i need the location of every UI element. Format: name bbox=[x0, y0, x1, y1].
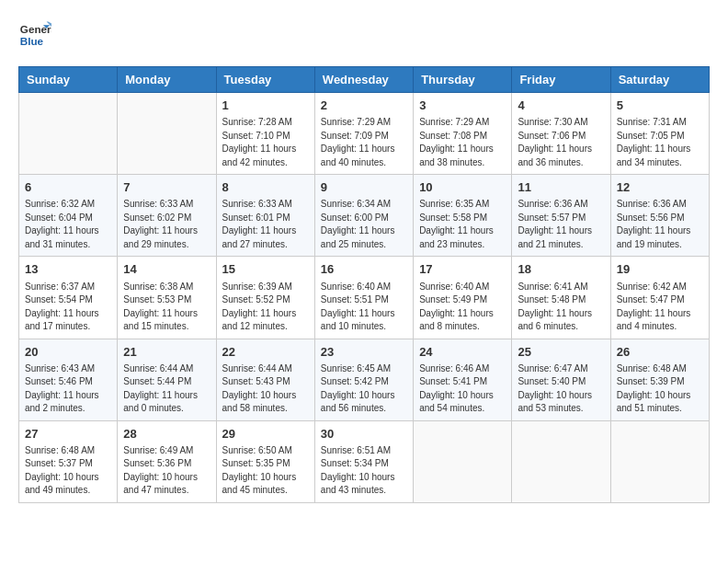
calendar-cell: 26Sunrise: 6:48 AM Sunset: 5:39 PM Dayli… bbox=[610, 339, 709, 420]
day-info: Sunrise: 6:44 AM Sunset: 5:44 PM Dayligh… bbox=[123, 362, 210, 416]
day-info: Sunrise: 6:42 AM Sunset: 5:47 PM Dayligh… bbox=[617, 281, 703, 334]
calendar-cell: 14Sunrise: 6:38 AM Sunset: 5:53 PM Dayli… bbox=[118, 257, 216, 339]
day-info: Sunrise: 7:28 AM Sunset: 7:10 PM Dayligh… bbox=[222, 116, 309, 169]
day-info: Sunrise: 6:33 AM Sunset: 6:02 PM Dayligh… bbox=[123, 198, 210, 251]
calendar-cell: 17Sunrise: 6:40 AM Sunset: 5:49 PM Dayli… bbox=[414, 257, 512, 339]
day-info: Sunrise: 6:44 AM Sunset: 5:43 PM Dayligh… bbox=[222, 362, 309, 416]
day-number: 19 bbox=[617, 261, 703, 278]
day-info: Sunrise: 6:49 AM Sunset: 5:36 PM Dayligh… bbox=[123, 444, 210, 498]
calendar-cell: 19Sunrise: 6:42 AM Sunset: 5:47 PM Dayli… bbox=[610, 257, 709, 339]
calendar-cell: 15Sunrise: 6:39 AM Sunset: 5:52 PM Dayli… bbox=[216, 257, 314, 339]
calendar-week-4: 20Sunrise: 6:43 AM Sunset: 5:46 PM Dayli… bbox=[19, 339, 710, 420]
calendar-cell: 1Sunrise: 7:28 AM Sunset: 7:10 PM Daylig… bbox=[216, 93, 314, 175]
day-info: Sunrise: 6:40 AM Sunset: 5:51 PM Dayligh… bbox=[321, 281, 407, 334]
day-number: 5 bbox=[617, 98, 703, 114]
day-info: Sunrise: 6:33 AM Sunset: 6:01 PM Dayligh… bbox=[222, 198, 309, 251]
day-number: 14 bbox=[123, 261, 210, 278]
calendar-cell: 18Sunrise: 6:41 AM Sunset: 5:48 PM Dayli… bbox=[512, 257, 610, 339]
day-number: 24 bbox=[419, 344, 506, 361]
calendar-cell: 8Sunrise: 6:33 AM Sunset: 6:01 PM Daylig… bbox=[216, 175, 314, 257]
calendar-cell: 6Sunrise: 6:32 AM Sunset: 6:04 PM Daylig… bbox=[19, 175, 118, 257]
day-info: Sunrise: 6:39 AM Sunset: 5:52 PM Dayligh… bbox=[222, 281, 309, 334]
day-number: 13 bbox=[25, 261, 111, 278]
calendar-cell: 23Sunrise: 6:45 AM Sunset: 5:42 PM Dayli… bbox=[314, 339, 413, 420]
weekday-header-sunday: Sunday bbox=[19, 67, 118, 93]
day-number: 6 bbox=[25, 179, 111, 196]
day-number: 3 bbox=[419, 98, 506, 114]
day-info: Sunrise: 6:51 AM Sunset: 5:34 PM Dayligh… bbox=[321, 444, 407, 498]
svg-text:General: General bbox=[20, 23, 51, 35]
calendar-cell: 30Sunrise: 6:51 AM Sunset: 5:34 PM Dayli… bbox=[314, 420, 413, 502]
calendar-cell: 28Sunrise: 6:49 AM Sunset: 5:36 PM Dayli… bbox=[118, 420, 216, 502]
day-number: 15 bbox=[222, 261, 309, 278]
day-info: Sunrise: 6:34 AM Sunset: 6:00 PM Dayligh… bbox=[321, 198, 407, 251]
calendar-cell bbox=[610, 420, 709, 502]
day-info: Sunrise: 6:32 AM Sunset: 6:04 PM Dayligh… bbox=[25, 198, 111, 251]
day-number: 30 bbox=[321, 426, 407, 442]
day-number: 29 bbox=[222, 426, 309, 442]
day-info: Sunrise: 7:29 AM Sunset: 7:09 PM Dayligh… bbox=[321, 116, 407, 169]
weekday-header-wednesday: Wednesday bbox=[314, 67, 413, 93]
day-number: 4 bbox=[518, 98, 604, 114]
calendar-cell: 20Sunrise: 6:43 AM Sunset: 5:46 PM Dayli… bbox=[19, 339, 118, 420]
calendar-cell: 12Sunrise: 6:36 AM Sunset: 5:56 PM Dayli… bbox=[610, 175, 709, 257]
calendar-body: 1Sunrise: 7:28 AM Sunset: 7:10 PM Daylig… bbox=[19, 93, 710, 503]
calendar-cell: 21Sunrise: 6:44 AM Sunset: 5:44 PM Dayli… bbox=[118, 339, 216, 420]
day-info: Sunrise: 6:38 AM Sunset: 5:53 PM Dayligh… bbox=[123, 281, 210, 334]
calendar-cell: 25Sunrise: 6:47 AM Sunset: 5:40 PM Dayli… bbox=[512, 339, 610, 420]
calendar-cell: 27Sunrise: 6:48 AM Sunset: 5:37 PM Dayli… bbox=[19, 420, 118, 502]
day-number: 17 bbox=[419, 261, 506, 278]
logo-icon: General Blue bbox=[18, 18, 51, 52]
logo: General Blue bbox=[18, 18, 57, 52]
day-number: 12 bbox=[617, 179, 703, 196]
day-number: 7 bbox=[123, 179, 210, 196]
day-info: Sunrise: 7:29 AM Sunset: 7:08 PM Dayligh… bbox=[419, 116, 506, 169]
calendar-cell: 2Sunrise: 7:29 AM Sunset: 7:09 PM Daylig… bbox=[314, 93, 413, 175]
calendar-cell: 24Sunrise: 6:46 AM Sunset: 5:41 PM Dayli… bbox=[414, 339, 512, 420]
calendar-week-1: 1Sunrise: 7:28 AM Sunset: 7:10 PM Daylig… bbox=[19, 93, 710, 175]
calendar-cell: 29Sunrise: 6:50 AM Sunset: 5:35 PM Dayli… bbox=[216, 420, 314, 502]
day-number: 18 bbox=[518, 261, 604, 278]
svg-text:Blue: Blue bbox=[20, 35, 44, 47]
day-number: 25 bbox=[518, 344, 604, 361]
weekday-header-monday: Monday bbox=[118, 67, 216, 93]
calendar-cell bbox=[118, 93, 216, 175]
day-number: 27 bbox=[25, 426, 111, 442]
day-number: 23 bbox=[321, 344, 407, 361]
day-info: Sunrise: 6:46 AM Sunset: 5:41 PM Dayligh… bbox=[419, 362, 506, 416]
day-info: Sunrise: 6:35 AM Sunset: 5:58 PM Dayligh… bbox=[419, 198, 506, 251]
day-number: 22 bbox=[222, 344, 309, 361]
day-number: 10 bbox=[419, 179, 506, 196]
calendar-cell: 3Sunrise: 7:29 AM Sunset: 7:08 PM Daylig… bbox=[414, 93, 512, 175]
calendar-cell: 7Sunrise: 6:33 AM Sunset: 6:02 PM Daylig… bbox=[118, 175, 216, 257]
calendar-cell: 9Sunrise: 6:34 AM Sunset: 6:00 PM Daylig… bbox=[314, 175, 413, 257]
day-info: Sunrise: 6:48 AM Sunset: 5:37 PM Dayligh… bbox=[25, 444, 111, 498]
weekday-header-thursday: Thursday bbox=[414, 67, 512, 93]
calendar-cell bbox=[512, 420, 610, 502]
calendar-cell: 11Sunrise: 6:36 AM Sunset: 5:57 PM Dayli… bbox=[512, 175, 610, 257]
day-number: 9 bbox=[321, 179, 407, 196]
calendar-cell: 22Sunrise: 6:44 AM Sunset: 5:43 PM Dayli… bbox=[216, 339, 314, 420]
weekday-header-friday: Friday bbox=[512, 67, 610, 93]
calendar-cell: 10Sunrise: 6:35 AM Sunset: 5:58 PM Dayli… bbox=[414, 175, 512, 257]
calendar-week-3: 13Sunrise: 6:37 AM Sunset: 5:54 PM Dayli… bbox=[19, 257, 710, 339]
calendar-header: SundayMondayTuesdayWednesdayThursdayFrid… bbox=[19, 67, 710, 93]
day-info: Sunrise: 6:41 AM Sunset: 5:48 PM Dayligh… bbox=[518, 281, 604, 334]
calendar-cell: 13Sunrise: 6:37 AM Sunset: 5:54 PM Dayli… bbox=[19, 257, 118, 339]
day-info: Sunrise: 6:48 AM Sunset: 5:39 PM Dayligh… bbox=[617, 362, 703, 416]
day-info: Sunrise: 6:40 AM Sunset: 5:49 PM Dayligh… bbox=[419, 281, 506, 334]
calendar-cell bbox=[414, 420, 512, 502]
day-info: Sunrise: 7:31 AM Sunset: 7:05 PM Dayligh… bbox=[617, 116, 703, 169]
header: General Blue bbox=[18, 18, 710, 52]
calendar: SundayMondayTuesdayWednesdayThursdayFrid… bbox=[18, 66, 710, 503]
day-info: Sunrise: 6:36 AM Sunset: 5:56 PM Dayligh… bbox=[617, 198, 703, 251]
calendar-cell: 16Sunrise: 6:40 AM Sunset: 5:51 PM Dayli… bbox=[314, 257, 413, 339]
calendar-cell bbox=[19, 93, 118, 175]
day-info: Sunrise: 6:45 AM Sunset: 5:42 PM Dayligh… bbox=[321, 362, 407, 416]
day-info: Sunrise: 7:30 AM Sunset: 7:06 PM Dayligh… bbox=[518, 116, 604, 169]
calendar-week-5: 27Sunrise: 6:48 AM Sunset: 5:37 PM Dayli… bbox=[19, 420, 710, 502]
day-number: 2 bbox=[321, 98, 407, 114]
day-info: Sunrise: 6:36 AM Sunset: 5:57 PM Dayligh… bbox=[518, 198, 604, 251]
weekday-header-saturday: Saturday bbox=[610, 67, 709, 93]
calendar-cell: 4Sunrise: 7:30 AM Sunset: 7:06 PM Daylig… bbox=[512, 93, 610, 175]
